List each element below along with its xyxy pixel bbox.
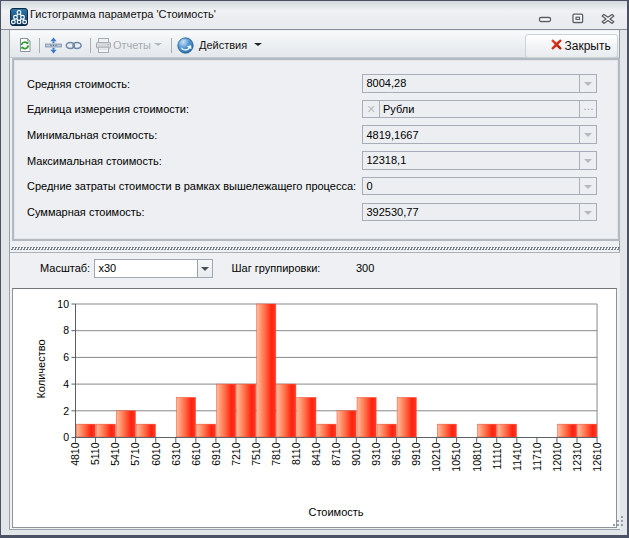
svg-text:10: 10 [57, 298, 69, 310]
svg-text:Количество: Количество [35, 339, 47, 398]
svg-text:7510: 7510 [250, 442, 262, 466]
svg-text:9310: 9310 [370, 442, 382, 466]
svg-text:7810: 7810 [270, 442, 282, 466]
svg-text:12610: 12610 [591, 442, 603, 471]
svg-text:5710: 5710 [129, 442, 141, 466]
svg-text:12010: 12010 [551, 442, 563, 471]
svg-text:5410: 5410 [109, 442, 121, 466]
svg-text:Стоимость: Стоимость [308, 506, 363, 518]
svg-text:0: 0 [63, 431, 69, 443]
svg-text:7210: 7210 [230, 442, 242, 466]
svg-text:6610: 6610 [190, 442, 202, 466]
svg-text:8410: 8410 [310, 442, 322, 466]
svg-text:8110: 8110 [290, 442, 302, 465]
svg-text:6910: 6910 [210, 442, 222, 466]
svg-text:8710: 8710 [330, 442, 342, 466]
svg-text:10210: 10210 [430, 442, 442, 471]
svg-text:5110: 5110 [89, 442, 101, 465]
svg-text:10510: 10510 [450, 442, 462, 471]
svg-text:6010: 6010 [150, 442, 162, 466]
svg-text:9910: 9910 [410, 442, 422, 466]
svg-text:10810: 10810 [471, 442, 483, 471]
svg-text:11110: 11110 [491, 442, 503, 469]
svg-text:4810: 4810 [69, 442, 81, 466]
svg-text:12310: 12310 [571, 442, 583, 471]
svg-text:9610: 9610 [390, 442, 402, 466]
svg-text:2: 2 [63, 405, 69, 417]
svg-text:6310: 6310 [170, 442, 182, 466]
svg-text:9010: 9010 [350, 442, 362, 466]
svg-text:8: 8 [63, 324, 69, 336]
svg-text:11710: 11710 [531, 442, 543, 471]
svg-text:4: 4 [63, 378, 69, 390]
svg-text:6: 6 [63, 351, 69, 363]
svg-text:11410: 11410 [511, 442, 523, 471]
